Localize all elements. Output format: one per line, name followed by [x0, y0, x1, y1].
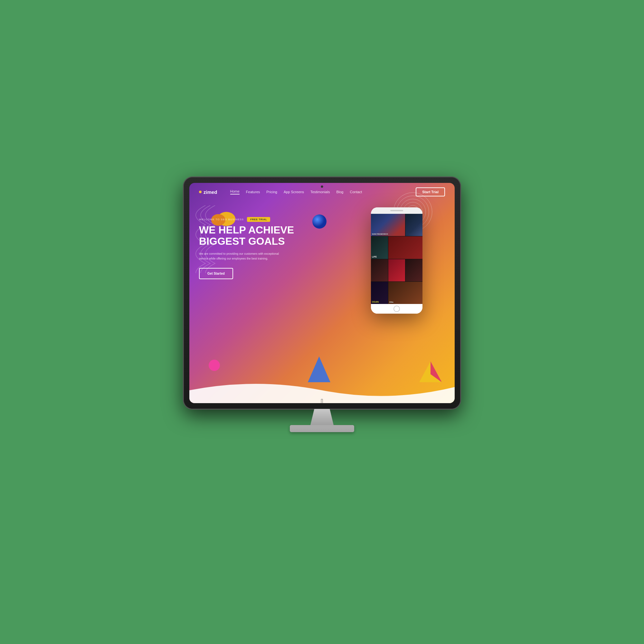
- logo-dot: [199, 191, 202, 193]
- movie-poster-sf: SAN FRANCISCO: [371, 214, 405, 236]
- hero-description: We are committed to providing our custom…: [199, 251, 283, 261]
- movie-cell-5: [371, 259, 388, 281]
- nav-contact[interactable]: Contact: [350, 190, 362, 194]
- movie-poster-trespass: [388, 236, 422, 259]
- nav-app-screens[interactable]: App Screens: [284, 190, 304, 194]
- movie-cell-6: [388, 259, 405, 281]
- get-started-button[interactable]: Get Started: [199, 268, 233, 279]
- phone-home-button: [393, 306, 400, 312]
- movie-cell-7: [405, 259, 422, 281]
- hero-label: WELCOME TO SEO BUSINESS FREE TRIAL: [199, 217, 302, 222]
- free-trial-badge: FREE TRIAL: [247, 217, 270, 222]
- movie-poster-dark: [405, 214, 422, 236]
- movie-cell-2: [405, 214, 422, 236]
- nav-links: Home Features Pricing App Screens Testim…: [230, 189, 416, 194]
- stand-neck: [309, 409, 335, 425]
- phone-bottom-bar: [371, 304, 422, 314]
- screen-content: zimed Home Features Pricing App Screens …: [189, 183, 455, 403]
- phone-screen: SAN FRANCISCO L: [371, 214, 422, 304]
- logo-text: zimed: [204, 189, 217, 195]
- phone-top-bar: [371, 207, 422, 214]
- movie-poster-red: [388, 259, 405, 281]
- nav-pricing[interactable]: Pricing: [266, 190, 277, 194]
- nav-logo: zimed: [199, 189, 217, 195]
- nav-home[interactable]: Home: [230, 189, 240, 194]
- movie-poster-split: OGAN: [371, 282, 388, 304]
- movie-poster-thriller: [371, 259, 388, 281]
- phone-speaker: [390, 210, 403, 211]
- movie-poster-alita: Alita: [388, 282, 422, 304]
- hero-title: WE HELP ACHIEVE BIGGEST GOALS: [199, 224, 302, 247]
- movie-cell-9: Alita: [388, 282, 422, 304]
- phone-mockup: SAN FRANCISCO L: [371, 207, 422, 314]
- monitor-shell: zimed Home Features Pricing App Screens …: [184, 177, 460, 409]
- movie-cell-1: SAN FRANCISCO: [371, 214, 405, 236]
- screen-bezel: zimed Home Features Pricing App Screens …: [189, 183, 455, 403]
- movie-cell-3: LIFE: [371, 236, 388, 259]
- hero-text-block: WELCOME TO SEO BUSINESS FREE TRIAL WE HE…: [199, 217, 302, 279]
- movie-cell-8: OGAN: [371, 282, 388, 304]
- movie-poster-life: LIFE: [371, 236, 388, 259]
- movie-poster-dark2: [405, 259, 422, 281]
- monitor-stand: [290, 409, 354, 432]
- start-trial-button[interactable]: Start Trial: [416, 187, 445, 196]
- navbar: zimed Home Features Pricing App Screens …: [189, 183, 455, 201]
- nav-features[interactable]: Features: [246, 190, 260, 194]
- monitor-wrapper: zimed Home Features Pricing App Screens …: [177, 177, 467, 467]
- movie-cell-4: [388, 236, 422, 259]
- stand-base: [290, 425, 354, 432]
- nav-blog[interactable]: Blog: [336, 190, 343, 194]
- apple-logo: : [321, 398, 323, 405]
- hero-section: WELCOME TO SEO BUSINESS FREE TRIAL WE HE…: [189, 201, 455, 403]
- nav-testimonials[interactable]: Testimonials: [310, 190, 330, 194]
- monitor-body: zimed Home Features Pricing App Screens …: [184, 177, 460, 409]
